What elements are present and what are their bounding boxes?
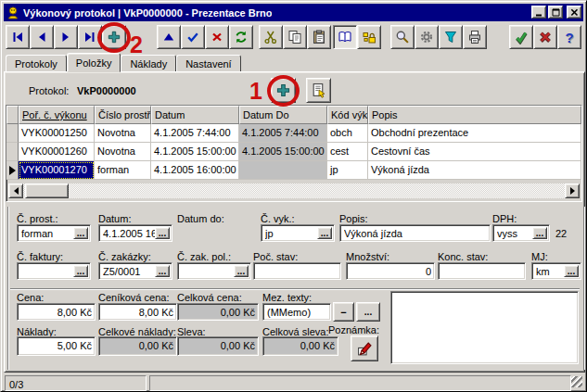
tab-protokoly[interactable]: Protokoly <box>6 55 67 72</box>
green-check-icon <box>514 30 529 44</box>
sleva-field: 0,00 Kč <box>177 336 259 356</box>
cell-datum[interactable]: 4.1.2005 16:00:00 <box>151 161 239 180</box>
maximize-button[interactable] <box>548 6 563 19</box>
mj-lookup-button[interactable]: ... <box>564 265 579 277</box>
cell-kod-vykonu[interactable]: cest <box>327 143 368 161</box>
cell-popis[interactable]: Obchodní prezentace <box>368 124 581 143</box>
first-record-icon <box>10 30 25 44</box>
copy-button[interactable] <box>283 25 307 49</box>
print-button[interactable] <box>463 25 487 49</box>
maximize-icon <box>552 8 560 17</box>
poznamka-textarea[interactable] <box>390 291 579 364</box>
cancel-edit-button[interactable] <box>205 25 229 49</box>
grid-header-popis[interactable]: Popis <box>368 106 581 124</box>
cell-cislo-prostredku[interactable]: Novotna <box>95 143 151 161</box>
grid-header-datum-do[interactable]: Datum Do <box>239 106 327 124</box>
c-zakazky-lookup-button[interactable]: ... <box>155 265 170 277</box>
cut-button[interactable] <box>259 25 283 49</box>
scroll-left-button[interactable] <box>8 183 23 198</box>
refresh-button[interactable] <box>229 25 253 49</box>
scrollbar-thumb[interactable] <box>25 183 69 198</box>
table-row[interactable]: VYK00001250 Novotna 4.1.2005 7:44:00 4.1… <box>6 124 581 143</box>
celkove-naklady-field: 0,00 Kč <box>98 336 177 356</box>
c-zakazky-field[interactable]: Z5/0001 ... <box>98 262 172 280</box>
c-prost-lookup-button[interactable]: ... <box>73 227 88 239</box>
cell-por-c-vykonu-selected[interactable]: VYK00001270 <box>19 161 95 180</box>
browse-mode-button[interactable] <box>333 25 357 49</box>
resize-grip[interactable] <box>571 376 582 387</box>
mez-texty-field[interactable]: (MMemo) <box>262 303 331 321</box>
datum-lookup-button[interactable]: ... <box>155 227 170 239</box>
paste-icon <box>312 30 326 44</box>
c-faktury-lookup-button[interactable]: ... <box>73 265 88 277</box>
cell-kod-vykonu[interactable]: obch <box>327 124 368 143</box>
minimize-button[interactable] <box>531 6 546 19</box>
cell-datum[interactable]: 4.1.2005 15:00:00 <box>151 143 239 161</box>
konc-stav-field[interactable] <box>438 262 526 280</box>
mj-field[interactable]: km ... <box>531 262 581 280</box>
cell-datum-do[interactable]: 4.1.2005 7:44:00 <box>239 124 327 143</box>
grid-header-datum[interactable]: Datum <box>151 106 239 124</box>
table-row[interactable]: VYK00001260 Novotna 4.1.2005 15:00:00 4.… <box>6 143 581 161</box>
permissions-button[interactable] <box>357 25 381 49</box>
apply-ok-button[interactable] <box>509 25 533 49</box>
cell-cislo-prostredku[interactable]: forman <box>95 161 151 180</box>
prior-record-button[interactable] <box>30 25 54 49</box>
dph-lookup-button[interactable]: ... <box>532 227 547 239</box>
mnozstvi-field[interactable]: 0 <box>346 262 435 280</box>
filter-button[interactable] <box>439 25 463 49</box>
poc-stav-field[interactable] <box>253 262 341 280</box>
grid-header-por-c-vykonu[interactable]: Poř. č. výkonu <box>19 106 95 124</box>
minimize-icon <box>535 8 543 17</box>
cell-kod-vykonu[interactable]: jp <box>327 161 368 180</box>
table-row-selected[interactable]: VYK00001270 forman 4.1.2005 16:00:00 jp … <box>6 161 581 180</box>
grid-header-cislo-prostredku[interactable]: Číslo prostředku <box>95 106 151 124</box>
open-book-icon <box>338 30 352 44</box>
grid-header-indicator <box>6 106 19 124</box>
cell-por-c-vykonu[interactable]: VYK00001260 <box>19 143 95 161</box>
cell-datum-do[interactable] <box>239 161 327 180</box>
paste-button[interactable] <box>307 25 331 49</box>
cell-cislo-prostredku[interactable]: Novotna <box>95 124 151 143</box>
cell-datum-do[interactable]: 4.1.2005 15:00:00 <box>239 143 327 161</box>
help-button[interactable]: ? <box>557 25 581 49</box>
move-up-button[interactable] <box>157 25 181 49</box>
discard-cancel-button[interactable] <box>533 25 557 49</box>
next-record-button[interactable] <box>54 25 78 49</box>
search-button[interactable] <box>390 25 415 49</box>
grid-horizontal-scrollbar[interactable] <box>8 183 580 198</box>
cell-popis[interactable]: Výkoná jízda <box>368 161 581 180</box>
naklady-field[interactable]: 5,00 Kč <box>17 336 96 356</box>
first-record-button[interactable] <box>6 25 30 49</box>
row-indicator-cell <box>6 161 19 180</box>
pick-item-button[interactable] <box>306 78 331 103</box>
scroll-right-button[interactable] <box>565 183 580 198</box>
cell-por-c-vykonu[interactable]: VYK00001250 <box>19 124 95 143</box>
c-zak-pol-field[interactable]: ... <box>177 262 251 280</box>
c-vyk-field[interactable]: jp ... <box>261 224 335 242</box>
dph-label: DPH: <box>492 213 517 224</box>
c-zak-pol-lookup-button[interactable]: ... <box>234 265 249 277</box>
settings-button[interactable] <box>415 25 439 49</box>
tab-nastaveni[interactable]: Nastavení <box>176 55 241 72</box>
c-faktury-field[interactable]: ... <box>17 262 91 280</box>
grid-header-kod-vykonu[interactable]: Kód výkonu <box>327 106 368 124</box>
c-vyk-lookup-button[interactable]: ... <box>317 227 332 239</box>
cena-label: Cena: <box>17 292 44 303</box>
c-prost-field[interactable]: forman ... <box>17 224 91 242</box>
tab-polozky[interactable]: Položky <box>67 53 121 72</box>
cena-field[interactable]: 8,00 Kč <box>17 303 96 321</box>
datum-field[interactable]: 4.1.2005 16 ... <box>98 224 172 242</box>
close-button[interactable] <box>567 6 581 19</box>
cell-popis[interactable]: Cestovní čas <box>368 143 581 161</box>
mez-texty-lookup-button[interactable]: ... <box>356 302 380 322</box>
popis-field[interactable]: Výkoná jízda <box>339 224 491 242</box>
post-edit-button[interactable] <box>181 25 205 49</box>
poznamka-edit-button[interactable] <box>351 335 378 361</box>
dph-field[interactable]: vyss ... <box>492 224 550 242</box>
lock-keys-icon <box>362 30 376 44</box>
right-arrow-icon <box>570 187 575 195</box>
cell-datum[interactable]: 4.1.2005 7:44:00 <box>151 124 239 143</box>
cenikova-cena-field[interactable]: 8,00 Kč <box>98 303 177 321</box>
mez-texty-clear-button[interactable]: − <box>333 302 354 322</box>
